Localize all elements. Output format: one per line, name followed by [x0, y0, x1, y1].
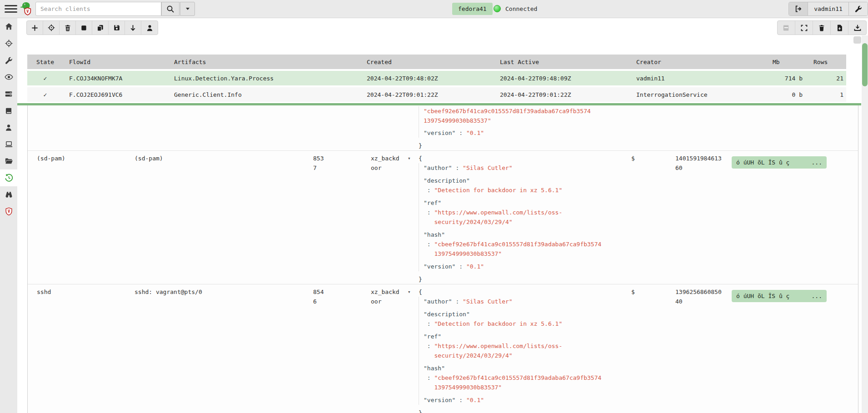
col-header-mb: Mb — [767, 59, 805, 65]
user-icon — [5, 124, 13, 132]
flow-row-selected[interactable]: ✓ F.COJ34KNOFMK7A Linux.Detection.Yara.P… — [27, 71, 846, 85]
logout-icon — [794, 5, 803, 13]
hit-context-cell: ó úUH õL ÎS û ç ... — [718, 151, 858, 284]
arrow-down-icon — [129, 24, 137, 32]
shield-v-icon: V — [5, 207, 13, 216]
settings-wrench-button[interactable] — [848, 2, 868, 15]
trash-icon — [818, 24, 825, 32]
flow-created: 2024-04-22T09:48:02Z — [361, 75, 494, 82]
flow-rows: 1 — [805, 91, 846, 98]
flow-toolbar — [26, 20, 158, 35]
sidebar-item-notebooks[interactable] — [0, 102, 17, 119]
expand-ellipsis[interactable]: ... — [812, 291, 822, 301]
rule-meta-json: ▾{ "author" : "Silas Cutler" "descriptio… — [408, 151, 619, 284]
sidebar-item-host-information[interactable] — [0, 119, 17, 136]
process-pid: 8546 — [304, 284, 371, 413]
export-file-button[interactable] — [831, 21, 848, 35]
process-cmdline: sshd: vagrant@pts/0 — [125, 284, 304, 413]
hex-preview: ó úUH õL ÎS û ç — [736, 158, 789, 167]
scrollbar-thumb-green[interactable] — [862, 43, 868, 86]
search-input[interactable] — [35, 2, 161, 16]
book-icon — [5, 107, 13, 115]
col-header-flowid: FlowId — [63, 59, 169, 65]
sidebar-item-vfs[interactable] — [0, 136, 17, 153]
search-button[interactable] — [161, 2, 180, 16]
save-collection-button[interactable] — [109, 21, 125, 35]
process-name: (sd-pam) — [28, 151, 125, 284]
flow-creator: InterrogationService — [631, 91, 767, 98]
sidebar-item-collected-artifacts[interactable] — [0, 169, 17, 186]
result-row-partial: "cbeef92e67bf41ca9c015557d81f39adaba67ca… — [28, 105, 858, 151]
flow-last-active: 2024-04-22T09:01:22Z — [494, 91, 631, 98]
expand-ellipsis[interactable]: ... — [812, 158, 822, 167]
sidebar-item-file-browser[interactable] — [0, 153, 17, 169]
notebook-button-disabled — [778, 21, 795, 35]
flow-rows: 21 — [805, 75, 846, 82]
flow-id: F.COJ34KNOFMK7A — [63, 75, 169, 82]
flow-state-check: ✓ — [27, 75, 63, 82]
flows-table-header: State FlowId Artifacts Created Last Acti… — [27, 55, 846, 69]
flow-artifacts: Linux.Detection.Yara.Process — [169, 75, 361, 82]
file-download-icon — [836, 24, 843, 32]
flow-mb: 714 b — [767, 75, 805, 82]
result-row-sshd[interactable]: sshd sshd: vagrant@pts/0 8546 xz_backdoo… — [28, 284, 858, 413]
hit-context-badge[interactable]: ó úUH õL ÎS û ç ... — [732, 290, 827, 302]
hunt-from-flow-button[interactable] — [43, 21, 60, 35]
hamburger-menu-icon[interactable] — [5, 5, 17, 13]
delete-flow-button[interactable] — [60, 21, 76, 35]
rule-meta-json: ▾{ "author" : "Silas Cutler" "descriptio… — [408, 284, 619, 413]
client-id-badge[interactable]: fedora41 — [452, 3, 493, 15]
process-name: sshd — [28, 284, 125, 413]
sidebar-item-client-events[interactable] — [0, 186, 17, 203]
delete-table-button[interactable] — [813, 21, 831, 35]
wrench-icon — [5, 56, 13, 65]
sidebar-item-dashboard[interactable] — [0, 69, 17, 85]
collapse-caret[interactable]: ▾ — [408, 287, 419, 297]
json-hash-tail: "cbeef92e67bf41ca9c015557d81f39adaba67ca… — [424, 106, 594, 125]
download-tray-icon — [853, 24, 862, 32]
string-column: $ — [619, 284, 664, 413]
search-options-button[interactable] — [180, 2, 195, 16]
fullscreen-button[interactable] — [795, 21, 813, 35]
stop-flow-button[interactable] — [76, 21, 92, 35]
crosshair-icon — [5, 39, 13, 48]
sidebar-item-view-artifacts[interactable] — [0, 52, 17, 69]
flow-mb: 0 b — [767, 91, 805, 98]
copy-icon — [96, 24, 104, 32]
results-toolbar — [777, 20, 867, 35]
sidebar-item-hunt-manager[interactable] — [0, 35, 17, 52]
new-collection-button[interactable] — [27, 21, 43, 35]
download-archive-button[interactable] — [848, 21, 866, 35]
sidebar-item-home[interactable] — [0, 18, 17, 35]
hit-offset: 140159198461360 — [664, 151, 718, 284]
crosshair-icon — [47, 24, 55, 32]
notebook-icon — [783, 24, 790, 32]
collapse-caret[interactable]: ▾ — [408, 154, 419, 163]
download-results-button[interactable] — [125, 21, 141, 35]
velociraptor-logo: V — [20, 1, 33, 18]
velociraptor-shield-logo: V — [0, 203, 17, 220]
hit-context-cell: ó úUH õL ÎS û ç ... — [718, 284, 858, 413]
col-header-created: Created — [361, 59, 494, 65]
chevron-down-icon — [186, 8, 190, 10]
user-icon — [146, 24, 154, 32]
sidebar-item-server-events[interactable] — [0, 85, 17, 102]
vertical-scroll-track — [862, 35, 868, 413]
logout-button[interactable] — [789, 2, 808, 15]
hit-context-badge[interactable]: ó úUH õL ÎS û ç ... — [732, 156, 827, 169]
connection-status-label: Connected — [505, 5, 537, 12]
scrollbar-thumb-gray[interactable] — [853, 36, 861, 44]
process-pid: 8537 — [304, 151, 371, 284]
flow-id: F.COJ2EOJ691VC6 — [63, 91, 169, 98]
user-controls: vadmin11 — [788, 2, 868, 16]
home-icon — [5, 22, 13, 31]
result-row-sd-pam[interactable]: (sd-pam) (sd-pam) 8537 xz_backdoor ▾{ "a… — [28, 151, 858, 284]
hex-preview: ó úUH õL ÎS û ç — [736, 291, 789, 301]
flow-created: 2024-04-22T09:01:22Z — [361, 91, 494, 98]
flow-user-button[interactable] — [141, 21, 158, 35]
col-header-rows: Rows — [805, 59, 846, 65]
copy-flow-button[interactable] — [92, 21, 109, 35]
binoculars-icon — [5, 190, 13, 199]
server-icon — [5, 90, 13, 98]
flow-row[interactable]: ✓ F.COJ2EOJ691VC6 Generic.Client.Info 20… — [27, 87, 846, 102]
